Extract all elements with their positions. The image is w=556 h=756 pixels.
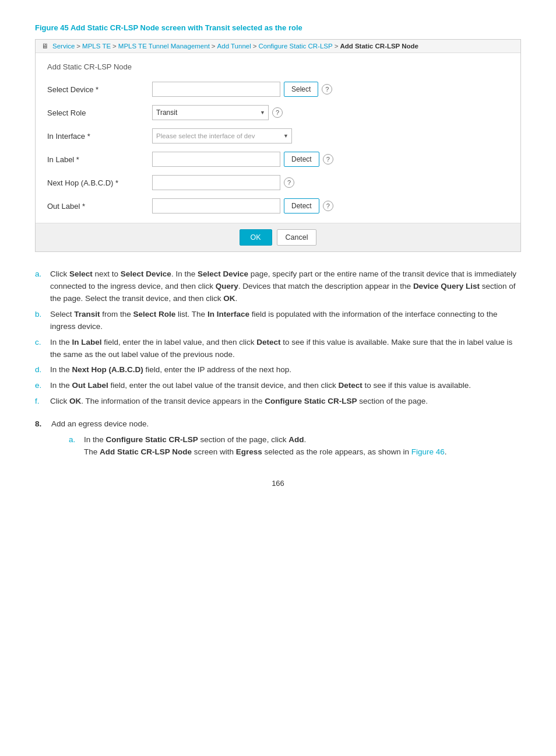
- select-role-controls: Transit Ingress Egress ?: [152, 105, 509, 120]
- step-8a-letter: a.: [69, 434, 79, 459]
- action-bar: OK Cancel: [36, 223, 520, 251]
- step-8-text: Add an egress device node.: [51, 418, 447, 430]
- select-device-help-icon[interactable]: ?: [322, 84, 332, 94]
- select-device-button[interactable]: Select: [284, 82, 318, 97]
- cancel-button[interactable]: Cancel: [277, 229, 317, 246]
- next-hop-row: Next Hop (A.B.C.D) * ?: [47, 174, 509, 191]
- page-number: 166: [35, 479, 521, 488]
- step-c-letter: c.: [35, 337, 45, 361]
- next-hop-help-icon[interactable]: ?: [284, 177, 294, 188]
- step-f-text: Click OK. The information of the transit…: [50, 396, 521, 408]
- form-panel: Add Static CR-LSP Node Select Device * S…: [36, 53, 520, 215]
- in-label-row: In Label * Detect ?: [47, 150, 509, 168]
- step-e-text: In the Out Label field, enter the out la…: [50, 380, 521, 392]
- breadcrumb-sep-2: >: [112, 43, 117, 50]
- select-device-input[interactable]: [152, 82, 280, 97]
- out-label-detect-button[interactable]: Detect: [284, 198, 319, 214]
- breadcrumb-sep-5: >: [335, 43, 339, 50]
- breadcrumb: 🖥 Service > MPLS TE > MPLS TE Tunnel Man…: [36, 40, 520, 53]
- screen-container: 🖥 Service > MPLS TE > MPLS TE Tunnel Man…: [35, 39, 521, 252]
- select-role-label: Select Role: [47, 108, 152, 117]
- next-hop-controls: ?: [152, 175, 509, 190]
- out-label-controls: Detect ?: [152, 198, 509, 214]
- in-interface-controls: Please select the interface of dev: [152, 128, 509, 144]
- breadcrumb-icon: 🖥: [41, 43, 48, 50]
- in-interface-label: In Interface *: [47, 132, 152, 141]
- select-role-row: Select Role Transit Ingress Egress ?: [47, 104, 509, 121]
- breadcrumb-current: Add Static CR-LSP Node: [340, 43, 418, 50]
- step-d-text: In the Next Hop (A.B.C.D) field, enter t…: [50, 364, 521, 376]
- breadcrumb-sep-4: >: [253, 43, 257, 50]
- step-d: d. In the Next Hop (A.B.C.D) field, ente…: [35, 364, 521, 376]
- step-d-letter: d.: [35, 364, 45, 376]
- in-label-detect-button[interactable]: Detect: [284, 152, 319, 167]
- next-hop-input[interactable]: [152, 175, 280, 190]
- breadcrumb-sep-1: >: [76, 43, 80, 50]
- out-label-help-icon[interactable]: ?: [323, 201, 333, 211]
- breadcrumb-add-tunnel[interactable]: Add Tunnel: [217, 43, 251, 50]
- breadcrumb-configure-crlsp[interactable]: Configure Static CR-LSP: [258, 43, 332, 50]
- select-role-help-icon[interactable]: ?: [272, 107, 283, 118]
- step-8: 8. Add an egress device node. a. In the …: [35, 418, 521, 461]
- step-e-letter: e.: [35, 380, 45, 392]
- step-f-letter: f.: [35, 396, 45, 408]
- breadcrumb-tunnel-mgmt[interactable]: MPLS TE Tunnel Management: [118, 43, 210, 50]
- step-8-content: Add an egress device node. a. In the Con…: [51, 418, 447, 461]
- breadcrumb-mplste[interactable]: MPLS TE: [82, 43, 111, 50]
- in-label-label: In Label *: [47, 155, 152, 164]
- figure-title: Figure 45 Add Static CR-LSP Node screen …: [35, 23, 521, 32]
- step-b-text: Select Transit from the Select Role list…: [50, 309, 521, 333]
- in-label-input[interactable]: [152, 152, 280, 167]
- out-label-label: Out Label *: [47, 202, 152, 211]
- step-a-text: Click Select next to Select Device. In t…: [50, 268, 521, 305]
- breadcrumb-sep-3: >: [212, 43, 216, 50]
- ok-button[interactable]: OK: [240, 229, 272, 246]
- step-c-text: In the In Label field, enter the in labe…: [50, 337, 521, 361]
- next-hop-label: Next Hop (A.B.C.D) *: [47, 178, 152, 187]
- select-role-wrapper: Transit Ingress Egress: [152, 105, 269, 120]
- step-a-letter: a.: [35, 268, 45, 305]
- step-b-letter: b.: [35, 309, 45, 333]
- select-device-label: Select Device *: [47, 85, 152, 94]
- panel-title: Add Static CR-LSP Node: [47, 62, 509, 71]
- in-label-help-icon[interactable]: ?: [323, 154, 333, 164]
- in-interface-wrapper: Please select the interface of dev: [152, 128, 292, 144]
- in-label-controls: Detect ?: [152, 152, 509, 167]
- in-interface-dropdown[interactable]: Please select the interface of dev: [152, 128, 292, 144]
- select-device-row: Select Device * Select ?: [47, 80, 509, 98]
- step-a: a. Click Select next to Select Device. I…: [35, 268, 521, 305]
- step-8-number: 8.: [35, 418, 45, 461]
- step-e: e. In the Out Label field, enter the out…: [35, 380, 521, 392]
- out-label-row: Out Label * Detect ?: [47, 197, 509, 215]
- select-role-dropdown[interactable]: Transit Ingress Egress: [152, 105, 269, 120]
- breadcrumb-service[interactable]: Service: [52, 43, 75, 50]
- out-label-input[interactable]: [152, 198, 280, 214]
- instructions: a. Click Select next to Select Device. I…: [35, 268, 521, 408]
- step-b: b. Select Transit from the Select Role l…: [35, 309, 521, 333]
- figure-46-link[interactable]: Figure 46: [411, 447, 445, 456]
- select-device-controls: Select ?: [152, 82, 509, 97]
- step-8a: a. In the Configure Static CR-LSP sectio…: [69, 434, 447, 459]
- step-c: c. In the In Label field, enter the in l…: [35, 337, 521, 361]
- step-8-substeps: a. In the Configure Static CR-LSP sectio…: [69, 434, 447, 459]
- step-f: f. Click OK. The information of the tran…: [35, 396, 521, 408]
- step-8a-text: In the Configure Static CR-LSP section o…: [84, 434, 447, 459]
- in-interface-row: In Interface * Please select the interfa…: [47, 127, 509, 145]
